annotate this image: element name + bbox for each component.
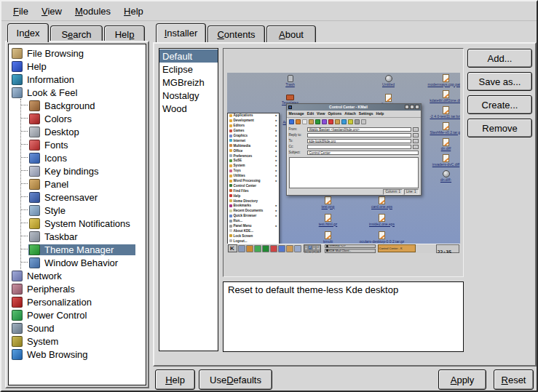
sidebar-item-desktop[interactable]: Desktop [21, 125, 146, 138]
sidebar-item-window-behavior[interactable]: Window Behavior [21, 256, 146, 269]
use-defaults-button[interactable]: Use Defaults [199, 369, 272, 390]
sidebar-item-web-browsing[interactable]: Web Browsing [11, 348, 146, 361]
theme-list-item-default[interactable]: Default [159, 49, 218, 63]
kmenu-item-label: Help [234, 194, 241, 198]
sidebar-item-colors[interactable]: Colors [21, 112, 146, 125]
kmail-field-label: Reply to: [289, 133, 306, 137]
tab-about[interactable]: About [266, 25, 316, 42]
sidebar-item-sound[interactable]: Sound [11, 321, 146, 335]
toolbar-icon [302, 119, 307, 124]
desktop-icon-label: dn.diff [441, 146, 451, 151]
kmail-menu-message: Message [289, 111, 304, 116]
sidebar-item-network[interactable]: Network [11, 269, 146, 282]
sidebar-item-file-browsing[interactable]: File Browsing [11, 47, 146, 60]
sidebar-item-peripherals[interactable]: Peripherals [11, 282, 146, 295]
desktop-icon-label: Untitled [382, 82, 395, 87]
icons-icon [29, 153, 40, 164]
theme-list: DefaultEclipseMGBreizhNostalgyWood [159, 48, 218, 351]
taskbar-task-terminal-2: Terminal <2> [325, 244, 376, 249]
add-button[interactable]: Add... [467, 49, 532, 68]
kmail-field-value [307, 133, 411, 137]
theme-list-item-mgbreizh[interactable]: MGBreizh [159, 76, 218, 89]
menu-view[interactable]: View [36, 4, 67, 18]
preview-taskbar: K12345678Terminal <2>KDE Mail Client -Co… [227, 244, 460, 253]
kmenu-item-icon [229, 119, 232, 122]
kmail-menu-help: Help [376, 111, 384, 116]
kmail-window: Control Center - KMailMessageEditViewOpt… [286, 103, 422, 196]
theme-list-item-eclipse[interactable]: Eclipse [159, 63, 218, 76]
taskbar-app-icon [262, 245, 269, 252]
kmenu-item-label: Development [234, 119, 254, 122]
sidebar-item-taskbar[interactable]: Taskbar [21, 230, 146, 243]
menu-file[interactable]: File [8, 4, 33, 18]
sidebar-item-label: System [27, 336, 58, 347]
sidebar-item-system-notifications[interactable]: System Notifications [21, 217, 146, 230]
tab-installer[interactable]: Installer [156, 23, 206, 42]
kmenu-item-label: Panel Menu [234, 224, 252, 228]
paper-icon [385, 94, 392, 102]
sidebar-item-system[interactable]: System [11, 335, 146, 348]
sidebar-item-personalization[interactable]: Personalization [11, 295, 146, 308]
paper-icon [443, 122, 449, 130]
theme-manager-icon [29, 244, 40, 255]
paper-icon [443, 90, 449, 98]
tab-search[interactable]: Search [50, 25, 103, 42]
kde-control-center-window: FileViewModulesHelp IndexSearchHelp File… [0, 0, 538, 392]
sidebar-item-theme-manager[interactable]: Theme Manager [21, 243, 146, 256]
sidebar-item-panel[interactable]: Panel [21, 177, 146, 191]
kmenu-item-icon [229, 229, 232, 232]
kmenu-item-label: Multimedia [234, 144, 251, 148]
kmenu-item-icon [229, 169, 232, 172]
save-as-button[interactable]: Save as... [467, 72, 532, 91]
apply-button[interactable]: Apply [438, 369, 486, 390]
theme-description-text: Reset to default theme-less Kde desktop [228, 284, 398, 295]
kmenu-item-icon [229, 234, 232, 237]
menu-modules[interactable]: Modules [70, 4, 116, 18]
kmail-window-icon [288, 105, 292, 109]
kmenu-item-icon [229, 124, 232, 127]
theme-description-box: Reset to default theme-less Kde desktop [223, 281, 464, 352]
sidebar-item-fonts[interactable]: Fonts [21, 138, 146, 151]
clock-time: 22:35 [438, 249, 452, 253]
tab-help[interactable]: Help [104, 25, 145, 42]
kmenu-item-label: Bookmarks [234, 204, 252, 207]
sidebar-item-look-feel[interactable]: Look & Feel [11, 86, 146, 99]
taskbar-app-icon [246, 245, 253, 252]
kmail-menu-view: View [317, 111, 325, 116]
sidebar-item-style[interactable]: Style [21, 204, 146, 217]
kmenu-item-icon [229, 199, 232, 202]
theme-list-item-wood[interactable]: Wood [159, 102, 218, 115]
kmenu-item-icon [229, 114, 232, 117]
desktop-icon-oculars-desktop-0-0-2-tar-gz: oculars-desktop-0.0.2.tar.gz [360, 231, 405, 244]
taskbar-active-task: Control Center - K [378, 244, 416, 252]
kmenu-item-home-directory: Home Directory [228, 199, 279, 204]
information-icon [12, 74, 23, 85]
personalization-icon [12, 297, 23, 308]
menu-help[interactable]: Help [119, 4, 149, 18]
remove-button[interactable]: Remove [467, 119, 532, 137]
paper-icon [443, 154, 449, 162]
reset-button[interactable]: Reset [494, 369, 534, 390]
toolbar-icon [355, 119, 360, 124]
desktop-icon-test-png: test.png [306, 196, 351, 209]
sidebar-item-screensaver[interactable]: Screensaver [21, 191, 146, 204]
sidebar-item-help[interactable]: Help [11, 60, 146, 73]
help-button[interactable]: Help [155, 369, 195, 390]
kmenu-item-quick-browser: Quick Browser▸ [228, 213, 279, 218]
sidebar-item-icons[interactable]: Icons [21, 151, 146, 164]
fonts-icon [29, 140, 40, 151]
kmenu-item-icon [229, 184, 232, 187]
create-button[interactable]: Create... [467, 95, 532, 114]
tab-index[interactable]: Index [7, 23, 49, 42]
sidebar-item-information[interactable]: Information [11, 73, 146, 86]
sidebar-item-background[interactable]: Background [21, 99, 146, 112]
kmenu-item-graphics: Graphics▸ [228, 133, 279, 138]
kmenu-item-label: Logout... [234, 239, 248, 243]
toolbar-icon [296, 119, 301, 124]
theme-list-item-nostalgy[interactable]: Nostalgy [159, 89, 218, 102]
paper-icon [443, 138, 449, 146]
sidebar-item-power-control[interactable]: Power Control [11, 308, 146, 321]
tab-contents[interactable]: Contents [207, 25, 265, 42]
sidebar-item-key-bindings[interactable]: Key bindings [21, 164, 146, 177]
cd-icon [443, 170, 450, 177]
